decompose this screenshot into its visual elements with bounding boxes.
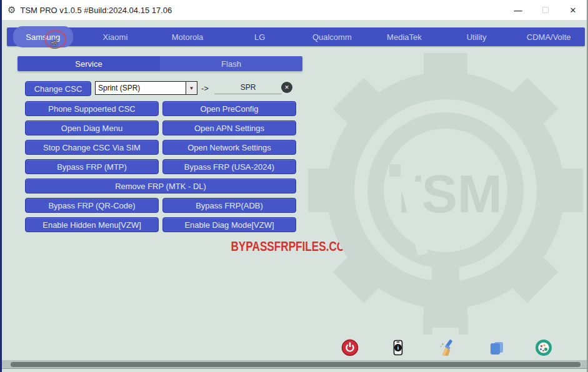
tab-label: Motorola [172, 32, 204, 42]
bypass-frp-mtp-button[interactable]: Bypass FRP (MTP) [25, 159, 159, 174]
tab-label: Samsung [26, 32, 60, 42]
minimize-button[interactable]: — [504, 0, 532, 20]
open-diag-menu-button[interactable]: Open Diag Menu [25, 120, 159, 135]
tab-label: CDMA/Volte [527, 32, 571, 42]
tab-mediatek[interactable]: MediaTek [368, 27, 441, 46]
tab-label: MediaTek [387, 32, 422, 42]
app-title: TSM PRO v1.0.5 #Build:2024.04.15 17.06 [20, 6, 172, 15]
csc-target-input[interactable]: SPR [214, 81, 282, 94]
app-gear-icon: ⚙ [7, 6, 16, 15]
horizontal-scrollbar-thumb[interactable] [11, 362, 581, 367]
tab-label: Xiaomi [103, 32, 128, 42]
open-apn-settings-button[interactable]: Open APN Settings [162, 120, 296, 135]
tab-qualcomm[interactable]: Qualcomm [296, 27, 369, 46]
open-network-settings-button[interactable]: Open Network Settings [162, 140, 296, 155]
clear-csc-button[interactable]: ✕ [281, 82, 292, 93]
tab-label: LG [254, 32, 265, 42]
mode-tab-bar: Service Flash [17, 56, 302, 71]
tsm-logo-watermark: TSM [296, 37, 588, 335]
tab-samsung[interactable]: Samsung [7, 27, 79, 46]
bypass-frp-usa-button[interactable]: Bypass FRP (USA-2024) [162, 159, 296, 174]
title-bar: ⚙ TSM PRO v1.0.5 #Build:2024.04.15 17.06… [2, 0, 587, 20]
tab-xiaomi[interactable]: Xiaomi [79, 27, 152, 46]
maximize-button[interactable] [532, 0, 559, 20]
bypass-frp-qr-button[interactable]: Bypass FRP (QR-Code) [25, 198, 159, 213]
phone-supported-csc-button[interactable]: Phone Suppoerted CSC [25, 101, 159, 116]
tab-motorola[interactable]: Motorola [151, 27, 224, 46]
tab-lg[interactable]: LG [224, 27, 296, 46]
bypass-frp-adb-button[interactable]: Bypass FRP(ADB) [162, 198, 296, 213]
csc-arrow-label: -> [201, 84, 209, 93]
tab-utility[interactable]: Utility [441, 27, 513, 46]
csc-source-value: Sprint (SPR) [96, 84, 186, 92]
open-preconfig-button[interactable]: Open PreConfig [162, 101, 296, 116]
tsm-logo-text: TSM [389, 164, 502, 223]
theme-palette-icon[interactable] [534, 338, 553, 357]
maximize-icon [542, 7, 549, 13]
power-icon[interactable] [341, 338, 359, 357]
action-button-grid: Phone Suppoerted CSC Open PreConfig Open… [25, 101, 296, 235]
stop-change-csc-button[interactable]: Stop Change CSC Via SIM [25, 140, 159, 155]
tab-label: Utility [467, 32, 487, 42]
tab-label: Qualcomm [312, 32, 352, 42]
chevron-down-icon[interactable]: ▼ [186, 82, 197, 94]
tab-cdma-volte[interactable]: CDMA/Volte [512, 27, 585, 46]
csc-source-dropdown[interactable]: Sprint (SPR) ▼ [95, 81, 197, 95]
enable-diag-mode-button[interactable]: Enable Diag Mode[VZW] [162, 217, 296, 232]
horizontal-scrollbar[interactable] [2, 360, 587, 369]
phone-info-icon[interactable]: i [389, 338, 407, 357]
change-csc-button[interactable]: Change CSC [25, 81, 91, 96]
clean-icon[interactable] [437, 338, 456, 357]
enable-hidden-menu-button[interactable]: Enable Hidden Menu[VZW] [25, 217, 159, 232]
site-watermark-text: BYPASSFRPFILES.COM [219, 238, 366, 255]
remove-frp-mtk-button[interactable]: Remove FRP (MTK - DL) [25, 179, 296, 193]
window-controls: — ✕ [504, 0, 587, 20]
tab-flash[interactable]: Flash [160, 56, 302, 71]
brand-tab-bar: Samsung Xiaomi Motorola LG Qualcomm Medi… [7, 27, 585, 46]
tab-service[interactable]: Service [17, 56, 160, 71]
close-button[interactable]: ✕ [559, 0, 587, 20]
copy-icon[interactable] [487, 338, 506, 357]
app-window: ⚙ TSM PRO v1.0.5 #Build:2024.04.15 17.06… [0, 0, 588, 372]
